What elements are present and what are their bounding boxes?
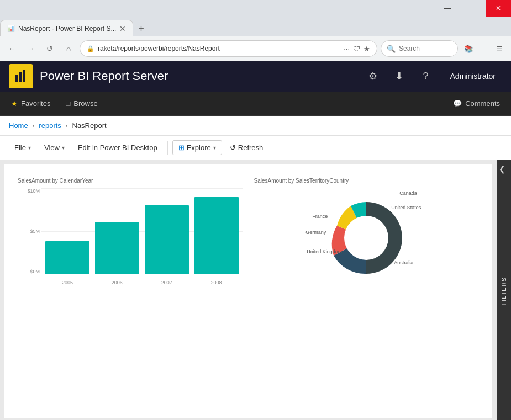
toolbar-separator [167,141,168,155]
view-chevron-icon: ▾ [62,145,65,151]
browse-nav-item[interactable]: □ Browse [59,95,104,112]
explore-icon: ⊞ [178,143,185,152]
explore-button[interactable]: ⊞ Explore ▾ [172,140,222,155]
comments-icon: 💬 [453,99,462,108]
report-canvas-wrapper: SalesAmount by CalendarYear $10M $5M $0M [0,160,497,420]
legend-canada: Canada [399,190,417,196]
bookmark-icon[interactable]: ★ [364,45,370,53]
lock-icon: 🔒 [87,45,94,52]
pbi-title: Power BI Report Server [40,69,355,83]
bar-2008[interactable] [194,197,239,274]
user-button[interactable]: Administrator [444,68,502,84]
search-icon: 🔍 [387,45,396,53]
bar-2007[interactable] [145,205,189,274]
more-options-icon[interactable]: ··· [344,45,350,53]
address-text: raketa/reports/powerbi/reports/NasReport [98,45,220,52]
sidebar-icon-btn[interactable]: □ [477,41,491,56]
search-box[interactable]: 🔍 [381,40,458,57]
y-axis-label-top: $10M [27,188,40,194]
star-icon: ★ [11,99,18,108]
filters-chevron-icon: ❮ [499,164,505,173]
breadcrumb-reports[interactable]: reports [39,121,61,130]
back-button[interactable]: ← [4,41,20,56]
pbi-header: Power BI Report Server ⚙ ⬇ ? Administrat… [0,61,511,92]
filters-sidebar[interactable]: ❮ FILTERS [497,160,511,420]
close-button[interactable]: ✕ [486,0,511,17]
x-label-2006: 2006 [95,280,139,285]
legend-germany: Germany [305,230,326,235]
home-button[interactable]: ⌂ [61,41,76,56]
legend-france: France [312,214,328,219]
file-chevron-icon: ▾ [28,145,31,151]
main-content: SalesAmount by CalendarYear $10M $5M $0M [0,160,511,420]
breadcrumb-sep1: › [33,123,35,129]
report-area: SalesAmount by CalendarYear $10M $5M $0M [0,160,511,420]
search-input[interactable] [399,45,443,52]
refresh-button[interactable]: ↺ [42,41,57,56]
refresh-icon: ↺ [230,143,236,152]
breadcrumb-home[interactable]: Home [9,121,28,130]
comments-nav-item[interactable]: 💬 Comments [446,95,507,112]
edit-label: Edit in Power BI Desktop [78,143,157,152]
address-bar-input[interactable]: 🔒 raketa/reports/powerbi/reports/NasRepo… [80,40,377,57]
edit-in-pbi-button[interactable]: Edit in Power BI Desktop [72,141,163,155]
tab-close-button[interactable]: ✕ [119,24,126,33]
refresh-button[interactable]: ↺ Refresh [224,141,269,155]
legend-united-states: United States [391,205,421,210]
report-toolbar: File ▾ View ▾ Edit in Power BI Desktop ⊞… [0,136,511,160]
tab-title: NasReport - Power BI Report S... [18,25,116,33]
breadcrumb-current: NasReport [72,121,107,130]
browse-icon: □ [66,99,70,108]
pbi-logo [9,64,33,88]
breadcrumb: Home › reports › NasReport [0,116,511,136]
shield-icon: 🛡 [353,45,360,53]
favorites-nav-item[interactable]: ★ Favorites [4,95,57,112]
svg-point-3 [344,216,388,260]
y-axis-label-mid: $5M [30,228,40,234]
browser-icons: 📚 □ ☰ [461,41,507,56]
browse-label: Browse [73,99,97,108]
minimize-button[interactable]: — [435,0,460,17]
maximize-button[interactable]: □ [460,0,486,17]
refresh-label: Refresh [238,143,264,152]
view-label: View [44,143,60,152]
legend-uk: United Kingdom [307,249,342,254]
pbi-nav: ★ Favorites □ Browse 💬 Comments [0,92,511,116]
report-canvas: SalesAmount by CalendarYear $10M $5M $0M [4,164,492,418]
browser-tab[interactable]: 📊 NasReport - Power BI Report S... ✕ [0,20,133,36]
bar-chart-container: SalesAmount by CalendarYear $10M $5M $0M [18,178,243,288]
bar-2006[interactable] [95,222,139,274]
explore-chevron-icon: ▾ [213,145,216,151]
chart-area: SalesAmount by CalendarYear $10M $5M $0M [13,173,483,292]
settings-icon-btn[interactable]: ⚙ [362,65,384,87]
x-label-2008: 2008 [194,280,239,285]
donut-chart-title: SalesAmount by SalesTerritoryCountry [254,178,480,184]
donut-chart-container: SalesAmount by SalesTerritoryCountry [254,178,480,288]
svg-rect-1 [19,72,22,82]
library-icon-btn[interactable]: 📚 [461,41,476,56]
svg-rect-0 [15,75,18,82]
download-icon-btn[interactable]: ⬇ [388,65,410,87]
file-label: File [14,143,26,152]
x-label-2007: 2007 [145,280,189,285]
forward-button[interactable]: → [23,41,39,56]
filters-label: FILTERS [501,277,507,305]
legend-australia: Australia [394,260,413,265]
file-button[interactable]: File ▾ [9,141,36,155]
tab-favicon-icon: 📊 [7,25,15,32]
view-button[interactable]: View ▾ [39,141,70,155]
pbi-header-icons: ⚙ ⬇ ? [362,65,437,87]
svg-rect-2 [23,70,25,82]
bar-2005[interactable] [45,241,89,274]
menu-icon-btn[interactable]: ☰ [492,41,507,56]
favorites-label: Favorites [21,99,50,108]
x-label-2005: 2005 [45,280,89,285]
help-icon-btn[interactable]: ? [415,65,437,87]
comments-label: Comments [465,99,500,108]
y-axis-label-bot: $0M [30,269,40,274]
new-tab-button[interactable]: + [133,21,149,36]
explore-label: Explore [187,143,211,152]
breadcrumb-sep2: › [66,123,68,129]
